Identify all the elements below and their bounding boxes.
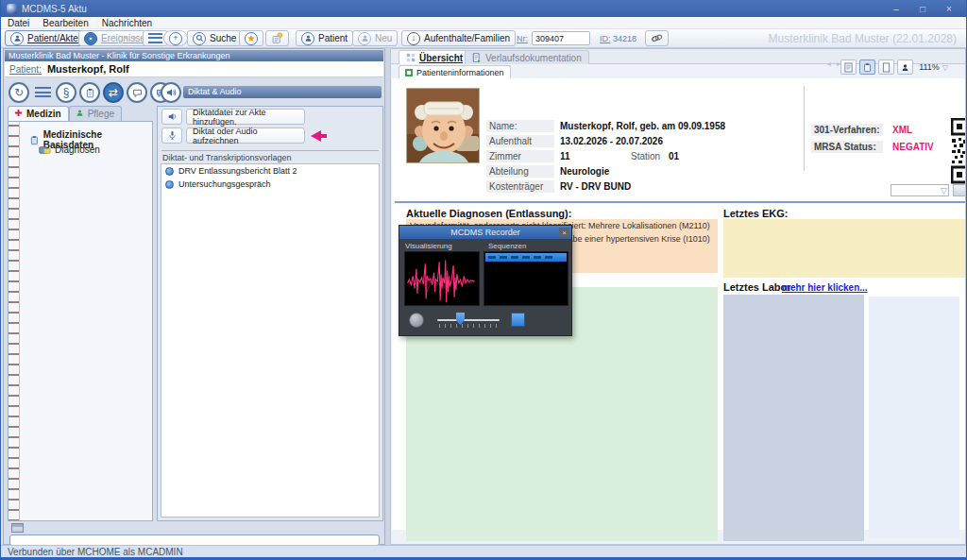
name-label: Name: [486, 120, 554, 132]
nr-label: Nr: [517, 34, 528, 43]
dictation-header: Diktat & Audio [183, 86, 382, 98]
speech-bubble-icon [132, 88, 143, 98]
add-button[interactable]: + [163, 30, 188, 46]
menu-nachrichten[interactable]: Nachrichten [102, 18, 152, 28]
sequences-panel[interactable] [484, 251, 568, 306]
aufenthalt-value: 13.02.2026 - 20.07.2026 [560, 136, 663, 146]
zoom-dropdown-icon[interactable]: ▽ [942, 63, 948, 72]
visualisierung-label: Visualisierung [405, 242, 452, 250]
audio-button[interactable] [161, 82, 181, 103]
paragraph-button[interactable]: § [56, 82, 76, 103]
add-dictation-file-button[interactable]: Diktatdatei zur Akte hinzufügen. [186, 109, 305, 125]
patient-row: Patient: Musterkopf, Rolf [5, 61, 383, 77]
medizin-cross-icon [14, 109, 23, 117]
page-view-button[interactable] [878, 59, 894, 75]
maximize-button[interactable]: □ [909, 0, 936, 17]
person-icon [301, 32, 314, 45]
user-view-button[interactable] [897, 59, 913, 75]
recorder-title[interactable]: MCDMS Recorder [399, 226, 571, 239]
separator [161, 150, 379, 151]
zoom-level: 111% [919, 62, 940, 72]
list-item[interactable]: DRV Entlassungsbericht Blatt 2 [161, 164, 379, 178]
sequenzen-label: Sequenzen [488, 242, 526, 250]
status-bar: Verbunden über MCHOME als MCADMIN [1, 545, 966, 557]
plus-icon: + [169, 32, 182, 45]
patient-akte-button[interactable]: Patient/Akte [5, 30, 84, 46]
clinic-header: Musterklinik Bad Muster - Klinik für Son… [5, 50, 383, 61]
neu-button[interactable]: Neu [352, 30, 398, 46]
recorder-close-button[interactable]: × [559, 228, 569, 237]
abteilung-value: Neurologie [560, 166, 609, 177]
meta-more-button[interactable] [953, 184, 966, 196]
clipboard-icon [85, 88, 95, 98]
diagnosen-header: Aktuelle Diagnosen (Entlassung): [406, 208, 571, 219]
comment-button[interactable] [127, 82, 147, 103]
record-nav-arrows[interactable]: ◂ ▸ [124, 33, 139, 42]
tab-medizin[interactable]: Medizin [8, 106, 69, 122]
dictation-panel: Diktatdatei zur Akte hinzufügen. Diktat … [157, 106, 383, 521]
document-view-button[interactable] [840, 59, 857, 75]
sync-button[interactable]: ⇄ [103, 82, 124, 103]
labor-box [723, 295, 864, 541]
familie-button[interactable] [265, 30, 289, 46]
dropdown-arrow-icon: ▽ [941, 186, 947, 195]
spiral-binding [8, 122, 20, 520]
verlauf-doc-icon [472, 53, 482, 62]
meta-dropdown[interactable]: ▽ [891, 184, 949, 196]
labor-box-secondary [869, 297, 959, 537]
minimize-button[interactable]: – [883, 0, 909, 17]
menu-bar: Datei Bearbeiten Nachrichten [1, 17, 966, 29]
search-icon [193, 32, 206, 45]
left-panel: Musterklinik Bad Muster - Klinik für Son… [3, 48, 385, 545]
labor-link[interactable]: mehr hier klicken... [782, 282, 868, 293]
person-icon [10, 32, 24, 45]
menu-bearbeiten[interactable]: Bearbeiten [42, 18, 88, 28]
sequence-row-selected[interactable] [485, 253, 567, 262]
link-icon [651, 33, 663, 43]
table-icon[interactable] [11, 523, 24, 533]
clipboard-button[interactable] [79, 82, 100, 103]
patient-button[interactable]: Patient [296, 30, 353, 46]
waveform-panel [404, 251, 480, 306]
favorites-button[interactable]: ★ [239, 30, 263, 46]
ereignisse-icon [84, 32, 97, 45]
app-window: MCDMS-5 Aktu – □ × Datei Bearbeiten Nach… [0, 0, 967, 560]
list-button[interactable] [32, 82, 53, 103]
aufenthalte-familien-button[interactable]: ↓ Aufenthalte/Familien [401, 30, 516, 46]
subtab-patienteninformationen[interactable]: Patienteninformationen [399, 65, 511, 78]
app-icon [7, 4, 17, 14]
person-icon [358, 32, 371, 45]
nr-input[interactable] [532, 31, 590, 45]
labor-header: Letztes Labor [723, 281, 791, 293]
record-button[interactable] [409, 313, 424, 328]
list-lines-icon [35, 87, 51, 99]
tab-verlaufsdokumentation[interactable]: Verlaufsdokumentation [465, 50, 589, 64]
menu-datei[interactable]: Datei [8, 18, 29, 28]
suche-button[interactable]: Suche [187, 30, 242, 46]
link-record-button[interactable] [645, 30, 669, 46]
ereignisse-button[interactable]: Ereignisse [78, 30, 151, 46]
kostentraeger-value: RV - DRV BUND [560, 181, 631, 192]
refresh-button[interactable]: ↻ [8, 82, 29, 103]
slider-ticks [439, 324, 498, 328]
record-dictation-button[interactable]: Diktat oder Audio aufzeichnen [186, 127, 305, 144]
templates-list: DRV Entlassungsbericht Blatt 2 Untersuch… [161, 163, 380, 518]
window-title: MCDMS-5 Aktu [22, 4, 87, 14]
down-arrow-icon: ↓ [407, 32, 420, 45]
tab-uebersicht[interactable]: Übersicht [399, 50, 470, 64]
clipboard-view-button[interactable] [859, 59, 875, 75]
position-slider[interactable] [437, 319, 500, 321]
title-bar: MCDMS-5 Aktu – □ × [1, 0, 966, 17]
name-value: Musterkopf, Rolf, geb. am 09.09.1958 [560, 121, 725, 131]
kostentraeger-label: Kostenträger [486, 180, 554, 193]
medizin-tree: Medizinische Basisdaten Diagnosen [8, 121, 153, 521]
tree-node-diagnosen[interactable]: Diagnosen [39, 144, 100, 155]
list-item[interactable]: Untersuchungsgespräch [161, 178, 379, 191]
patient-name: Musterkopf, Rolf [47, 63, 129, 75]
tab-pflege[interactable]: Pflege [69, 106, 122, 122]
pflege-person-icon [76, 109, 84, 117]
stop-button[interactable] [511, 313, 525, 327]
close-button[interactable]: × [936, 0, 962, 17]
patient-label[interactable]: Patient: [9, 64, 42, 75]
template-icon [165, 180, 174, 189]
